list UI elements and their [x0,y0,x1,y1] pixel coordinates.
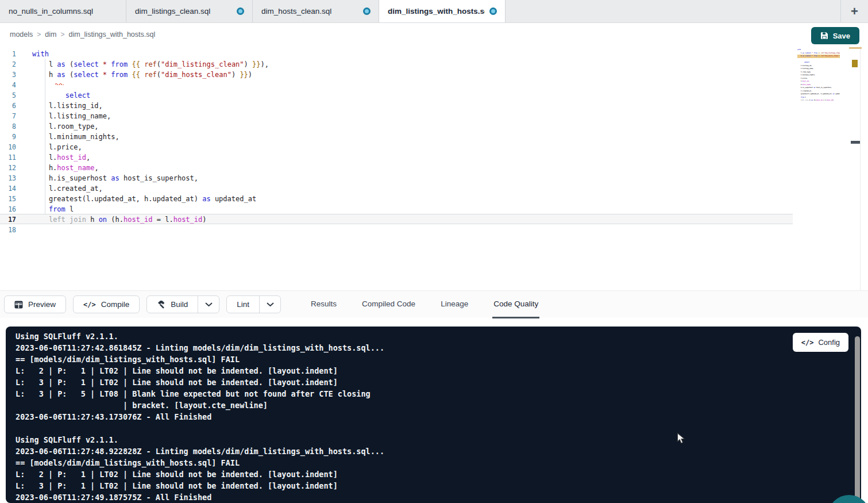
compile-button[interactable]: </> Compile [73,295,140,313]
line-number: 3 [0,70,16,79]
code-text: left join h on (h.host_id = l.host_id) [16,214,207,224]
code-line: 5 select [0,90,793,100]
code-line: 11 l.host_id, [0,152,793,162]
code-line: 14 l.created_at, [0,183,793,193]
config-label: Config [818,338,840,347]
tab-label: no_nulls_in_columns.sql [9,7,93,16]
code-text: h as (select * from {{ ref("dim_hosts_cl… [16,70,252,79]
code-text: l.listing_name, [16,111,111,120]
tab-dim_listings_with_hosts.sql[interactable]: dim_listings_with_hosts.sql [379,0,506,22]
tab-dim_listings_clean.sql[interactable]: dim_listings_clean.sql [126,0,253,22]
config-button[interactable]: </> Config [793,333,848,352]
line-number: 1 [0,49,16,58]
code-line: 16 from l [0,203,793,214]
code-line: 2 l as (select * from {{ ref("dim_listin… [0,59,793,69]
overview-ruler[interactable] [860,46,868,290]
modified-dot-icon [489,7,497,15]
terminal-line: L: 3 | P: 5 | LT08 | Blank line expected… [16,388,861,400]
breadcrumb: models>dim>dim_listings_with_hosts.sql [9,30,156,39]
tab-dim_hosts_clean.sql[interactable]: dim_hosts_clean.sql [253,0,379,22]
modified-dot-icon [363,7,371,15]
terminal-line: Using SQLFluff v2.1.1. [16,331,861,342]
code-text: with [16,49,49,58]
lint-dropdown-button[interactable] [260,296,280,313]
code-text [16,80,32,89]
breadcrumb-separator-icon: > [34,30,44,39]
line-number: 18 [0,225,16,234]
line-number: 11 [0,152,16,162]
code-text: l.listing_id, [16,101,103,110]
minimap-line: h as (select * from {{ ref("dim_hosts_cl… [797,55,840,58]
tab-bar: no_nulls_in_columns.sqldim_listings_clea… [0,0,868,23]
code-text: h.is_superhost as host_is_superhost, [16,173,198,182]
build-dropdown-button[interactable] [198,296,219,313]
code-text [16,225,32,234]
panel-tab-results[interactable]: Results [310,291,338,318]
ruler-warning-marker [852,60,858,67]
build-button[interactable]: Build [147,296,198,313]
panel-tab-lineage[interactable]: Lineage [439,291,469,318]
line-number: 12 [0,163,16,172]
new-tab-button[interactable]: + [840,0,868,22]
lint-squiggle-icon [55,78,64,88]
code-line: 8 l.room_type, [0,121,793,131]
line-number: 17 [0,214,16,224]
code-line: 3 h as (select * from {{ ref("dim_hosts_… [0,69,793,79]
terminal-line: Using SQLFluff v2.1.1. [16,434,861,446]
panel-tab-compiled-code[interactable]: Compiled Code [361,291,416,318]
save-button[interactable]: Save [811,27,859,44]
line-number: 2 [0,59,16,68]
terminal-line: == [models/dim/dim_listings_with_hosts.s… [16,457,861,469]
terminal-line: L: 3 | P: 1 | LT02 | Line should not be … [16,377,861,388]
terminal-line: == [models/dim/dim_listings_with_hosts.s… [16,354,861,365]
ruler-cursor-marker [851,141,860,144]
terminal-line: 2023-06-06T11:27:49.187575Z - All Finish… [16,492,861,503]
compile-label: Compile [101,300,130,309]
line-number: 13 [0,173,16,182]
code-brackets-icon: </> [801,339,814,347]
terminal-line: L: 3 | P: 1 | LT02 | Line should not be … [16,480,861,492]
code-line: 10 l.price, [0,141,793,152]
minimap-line: greatest(l.updated_at, h.updated_at) as … [797,93,840,96]
preview-label: Preview [28,300,56,309]
preview-button[interactable]: Preview [4,295,66,313]
code-text: select [16,90,90,99]
terminal-line: 2023-06-06T11:27:48.922828Z - Linting mo… [16,446,861,457]
panel-tab-code-quality[interactable]: Code Quality [492,291,539,318]
code-editor[interactable]: 1with2 l as (select * from {{ ref("dim_l… [0,46,868,290]
terminal-line [16,423,861,434]
breadcrumb-item[interactable]: dim [44,30,57,39]
breadcrumb-item[interactable]: models [9,30,34,39]
tab-no_nulls_in_columns.sql[interactable]: no_nulls_in_columns.sql [0,0,126,22]
terminal-line: L: 2 | P: 1 | LT02 | Line should not be … [16,365,861,377]
breadcrumb-bar: models>dim>dim_listings_with_hosts.sql S… [0,23,868,46]
breadcrumb-item[interactable]: dim_listings_with_hosts.sql [67,30,156,39]
code-brackets-icon: </> [83,301,96,309]
line-number: 4 [0,80,16,89]
chevron-down-icon [267,302,274,307]
action-toolbar: Preview </> Compile Build Lint [0,290,868,318]
floppy-disk-icon [820,32,828,40]
line-number: 15 [0,194,16,203]
minimap[interactable]: with l as (select * from {{ ref("dim_lis… [797,48,840,105]
hammer-icon [157,300,165,309]
line-number: 8 [0,121,16,130]
line-number: 16 [0,204,16,213]
minimap-line [797,102,840,106]
terminal-line: | bracket. [layout.cte_newline] [16,400,861,411]
tab-label: dim_hosts_clean.sql [261,7,331,16]
code-line: 18 [0,224,793,235]
tab-label: dim_listings_clean.sql [135,7,210,16]
code-text: greatest(l.updated_at, h.updated_at) as … [16,194,256,203]
lint-output-terminal[interactable]: Using SQLFluff v2.1.1.2023-06-06T11:27:4… [6,327,861,503]
lint-split-button: Lint [226,295,281,313]
terminal-scrollbar[interactable] [855,336,860,503]
modified-dot-icon [237,7,244,15]
line-number: 5 [0,90,16,99]
line-number: 6 [0,101,16,110]
tab-label: dim_listings_with_hosts.sql [388,7,485,16]
terminal-line: L: 2 | P: 1 | LT02 | Line should not be … [16,469,861,480]
code-line: 7 l.listing_name, [0,110,793,121]
lint-button[interactable]: Lint [227,296,260,313]
line-number: 14 [0,183,16,193]
